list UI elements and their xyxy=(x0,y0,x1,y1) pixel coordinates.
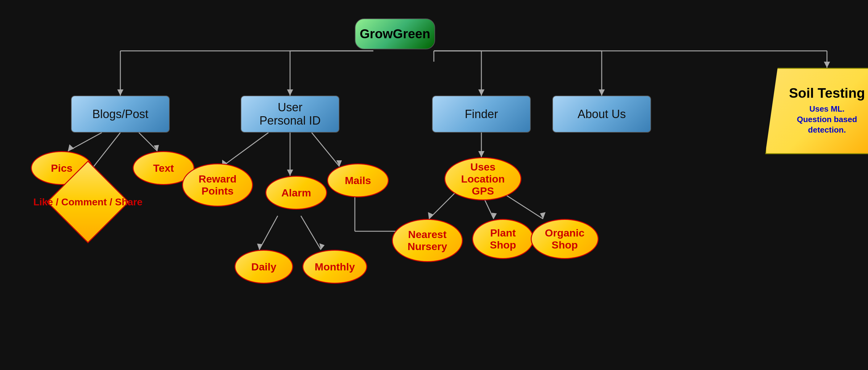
node-user-id: User Personal ID xyxy=(241,96,339,133)
node-plant-shop: Plant Shop xyxy=(472,219,534,259)
diagram: GrowGreen Blogs/Post User Personal ID Fi… xyxy=(0,0,868,370)
svg-marker-31 xyxy=(319,243,324,250)
finder-label: Finder xyxy=(465,108,498,121)
svg-line-30 xyxy=(301,216,321,250)
node-blogs: Blogs/Post xyxy=(71,96,170,133)
svg-marker-27 xyxy=(336,160,342,167)
svg-marker-21 xyxy=(154,145,159,151)
soil-testing-sublabel: Uses ML.Question baseddetection. xyxy=(797,104,857,135)
plant-shop-label: Plant Shop xyxy=(490,227,516,251)
reward-points-label: Reward Points xyxy=(199,173,237,197)
svg-marker-17 xyxy=(68,144,74,151)
blogs-label: Blogs/Post xyxy=(92,108,148,121)
svg-line-22 xyxy=(222,133,269,167)
text-label: Text xyxy=(153,162,174,174)
svg-marker-33 xyxy=(478,151,485,157)
svg-marker-29 xyxy=(257,244,262,250)
svg-line-16 xyxy=(68,133,102,151)
svg-marker-12 xyxy=(599,90,605,96)
root-label: GrowGreen xyxy=(360,27,430,41)
alarm-label: Alarm xyxy=(281,187,311,199)
organic-shop-label: Organic Shop xyxy=(545,227,584,251)
svg-marker-5 xyxy=(287,90,293,96)
mails-label: Mails xyxy=(345,174,371,187)
svg-marker-25 xyxy=(287,170,293,176)
soil-testing-label: Soil Testing xyxy=(789,85,865,101)
user-id-label: User Personal ID xyxy=(259,101,321,127)
node-monthly: Monthly xyxy=(302,250,367,284)
svg-marker-35 xyxy=(428,212,434,219)
node-about-us: About Us xyxy=(552,96,651,133)
node-nearest-nursery: Nearest Nursery xyxy=(392,219,463,262)
node-finder: Finder xyxy=(432,96,531,133)
connections-svg xyxy=(0,0,868,370)
svg-line-20 xyxy=(139,133,157,151)
svg-marker-37 xyxy=(492,213,497,219)
node-daily: Daily xyxy=(235,250,293,284)
node-mails: Mails xyxy=(327,163,389,197)
node-alarm: Alarm xyxy=(266,176,327,210)
svg-marker-9 xyxy=(478,90,485,96)
svg-line-28 xyxy=(259,216,278,250)
node-organic-shop: Organic Shop xyxy=(531,219,599,259)
node-uses-location: Uses Location GPS xyxy=(444,157,522,200)
nearest-nursery-label: Nearest Nursery xyxy=(408,229,447,253)
like-comment-label: Like / Comment / Share xyxy=(33,196,143,208)
svg-marker-15 xyxy=(824,62,830,68)
daily-label: Daily xyxy=(251,261,276,273)
svg-marker-2 xyxy=(117,90,123,96)
uses-location-label: Uses Location GPS xyxy=(452,161,515,197)
monthly-label: Monthly xyxy=(315,261,355,273)
about-us-label: About Us xyxy=(578,108,626,121)
node-soil-testing: Soil Testing Uses ML.Question baseddetec… xyxy=(765,68,868,154)
node-like-comment: Like / Comment / Share xyxy=(50,168,126,236)
svg-marker-39 xyxy=(540,212,546,219)
node-root: GrowGreen xyxy=(355,19,435,49)
node-reward-points: Reward Points xyxy=(182,163,253,207)
svg-line-26 xyxy=(312,133,339,167)
